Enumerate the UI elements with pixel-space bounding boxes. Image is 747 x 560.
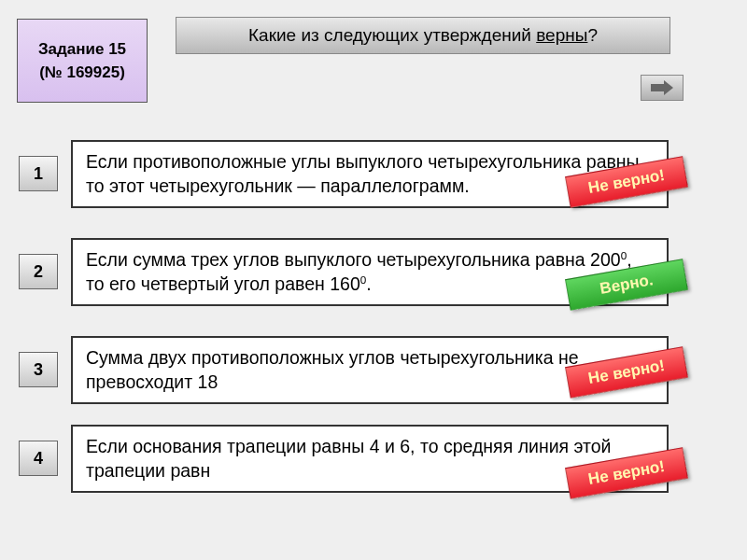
svg-marker-0 [651,80,673,95]
question-emph: верны [536,25,587,45]
arrow-right-icon [649,78,675,97]
option-button-1[interactable]: 1 [19,156,58,191]
task-title: Задание 15 [38,37,126,62]
task-number: (№ 169925) [39,61,125,85]
next-button[interactable] [641,75,684,101]
task-box: Задание 15 (№ 169925) [17,19,148,103]
option-button-4[interactable]: 4 [19,441,58,476]
question-text: Какие из следующих утверждений верны? [248,25,598,46]
question-prefix: Какие из следующих утверждений [248,25,536,45]
option-button-2[interactable]: 2 [19,254,58,289]
question-bar: Какие из следующих утверждений верны? [176,17,670,54]
option-button-3[interactable]: 3 [19,352,58,387]
question-suffix: ? [587,25,598,45]
